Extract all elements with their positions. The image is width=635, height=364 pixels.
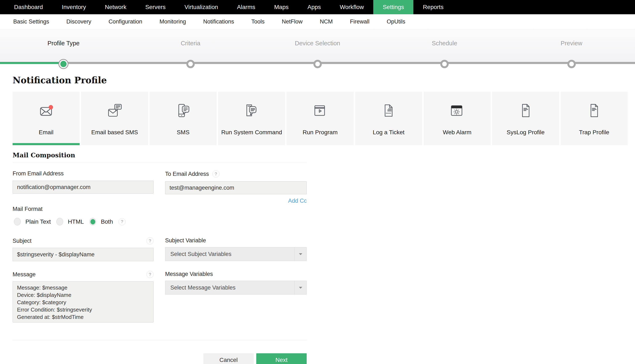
next-button[interactable]: Next [256, 353, 307, 364]
chevron-down-icon [294, 281, 306, 294]
page-title: Notification Profile [13, 75, 635, 86]
mail-format-label: Mail Format [13, 206, 307, 212]
subnav-item-basic-settings[interactable]: Basic Settings [5, 14, 58, 29]
step-schedule[interactable]: Schedule [381, 29, 508, 63]
subnav-item-discovery[interactable]: Discovery [58, 14, 100, 29]
tile-email-based-sms[interactable]: Email based SMS [81, 92, 148, 145]
actions-bar: Cancel Next [13, 353, 307, 364]
subnav-item-firewall[interactable]: Firewall [341, 14, 378, 29]
subnav-item-configuration[interactable]: Configuration [100, 14, 151, 29]
step-profile-type[interactable]: Profile Type [0, 29, 127, 63]
subject-field[interactable] [13, 248, 153, 261]
syslog-icon [517, 101, 534, 121]
radio-plain-text[interactable]: Plain Text [14, 218, 51, 226]
step-dot-preview[interactable] [567, 60, 576, 68]
step-criteria[interactable]: Criteria [127, 29, 254, 63]
tile-run-system-command[interactable]: Run System Command [218, 92, 285, 145]
topnav-item-reports[interactable]: Reports [413, 0, 453, 14]
topnav-item-virtualization[interactable]: Virtualization [175, 0, 228, 14]
tile-label: Run Program [303, 129, 338, 136]
step-label: Preview [561, 40, 582, 46]
subject-variable-label: Subject Variable [165, 237, 307, 244]
tile-trap-profile[interactable]: Trap Profile [561, 92, 628, 145]
settings-sub-nav: Basic Settings Discovery Configuration M… [0, 14, 635, 29]
radio-both[interactable]: Both [89, 218, 113, 226]
topnav-item-network[interactable]: Network [95, 0, 136, 14]
topnav-item-servers[interactable]: Servers [136, 0, 175, 14]
mail-composition-heading: Mail Composition [13, 152, 635, 159]
topnav-item-workflow[interactable]: Workflow [330, 0, 373, 14]
from-email-field[interactable] [13, 181, 153, 194]
web-alarm-icon [449, 101, 466, 121]
step-dot-criteria[interactable] [186, 60, 195, 68]
to-email-help-icon[interactable]: ? [212, 170, 220, 178]
tile-web-alarm[interactable]: Web Alarm [424, 92, 491, 145]
tile-log-a-ticket[interactable]: Log a Ticket [355, 92, 422, 145]
mail-composition-form: From Email Address To Email Address ? Ad… [13, 163, 307, 323]
from-email-label: From Email Address [13, 170, 153, 177]
subnav-item-tools[interactable]: Tools [243, 14, 273, 29]
message-help-icon[interactable]: ? [146, 271, 153, 278]
tile-email[interactable]: Email [13, 92, 80, 145]
radio-circle-html[interactable] [56, 218, 63, 226]
tile-sms[interactable]: SMS [150, 92, 217, 145]
topnav-item-settings[interactable]: Settings [373, 0, 413, 14]
topnav-item-dashboard[interactable]: Dashboard [5, 0, 52, 14]
tile-label: Email based SMS [91, 129, 138, 136]
step-dot-device-selection[interactable] [313, 60, 322, 68]
topnav-item-inventory[interactable]: Inventory [52, 0, 95, 14]
subject-help-icon[interactable]: ? [146, 237, 153, 244]
subnav-item-notifications[interactable]: Notifications [194, 14, 243, 29]
tile-label: Web Alarm [443, 129, 471, 136]
message-label: Message ? [13, 271, 153, 278]
sms-icon [175, 101, 191, 121]
wizard-stepper: Profile Type Criteria Device Selection S… [0, 29, 635, 63]
run-program-icon [312, 101, 329, 121]
subject-label: Subject ? [13, 237, 153, 244]
cancel-button[interactable]: Cancel [203, 353, 254, 364]
tile-label: Run System Command [221, 129, 282, 136]
tile-label: Trap Profile [579, 129, 609, 136]
tile-label: Email [39, 129, 54, 136]
tile-run-program[interactable]: Run Program [287, 92, 353, 145]
subject-variable-select[interactable]: Select Subject Variables [165, 247, 307, 261]
radio-circle-plain-text[interactable] [14, 218, 21, 226]
message-field[interactable]: Message: $message Device: $displayName C… [13, 281, 153, 322]
step-label: Profile Type [48, 40, 80, 46]
step-label: Device Selection [295, 40, 340, 46]
add-cc-link[interactable]: Add Cc [165, 198, 307, 204]
subnav-item-netflow[interactable]: NetFlow [273, 14, 311, 29]
mail-format-options: Plain Text HTML Both ? [14, 218, 307, 226]
stepper-progress [0, 62, 63, 64]
to-email-group: To Email Address ? Add Cc [165, 163, 307, 204]
step-device-selection[interactable]: Device Selection [254, 29, 381, 63]
to-email-field[interactable] [165, 181, 307, 194]
tile-syslog-profile[interactable]: SysLog Profile [492, 92, 559, 145]
step-label: Schedule [432, 40, 457, 46]
step-preview[interactable]: Preview [508, 29, 635, 63]
step-dot-schedule[interactable] [440, 60, 449, 68]
message-group: Message ? Message: $message Device: $dis… [13, 271, 153, 323]
log-ticket-icon [380, 101, 397, 121]
topnav-item-apps[interactable]: Apps [298, 0, 330, 14]
tile-label: Log a Ticket [373, 129, 404, 136]
mail-format-help-icon[interactable]: ? [118, 218, 126, 225]
subnav-item-ncm[interactable]: NCM [311, 14, 341, 29]
radio-circle-both[interactable] [89, 218, 96, 226]
subnav-item-oputils[interactable]: OpUtils [378, 14, 414, 29]
subnav-item-monitoring[interactable]: Monitoring [151, 14, 194, 29]
tile-label: SMS [177, 129, 189, 136]
topnav-item-alarms[interactable]: Alarms [228, 0, 265, 14]
chevron-down-icon [294, 247, 306, 261]
to-email-label: To Email Address ? [165, 170, 307, 178]
step-dot-profile-type[interactable] [58, 59, 69, 69]
message-variables-select[interactable]: Select Message Variables [165, 281, 307, 294]
actions-divider [13, 340, 307, 340]
topnav-item-maps[interactable]: Maps [265, 0, 298, 14]
message-variables-group: Message Variables Select Message Variabl… [165, 271, 307, 323]
radio-html[interactable]: HTML [56, 218, 84, 226]
from-email-group: From Email Address [13, 163, 153, 204]
run-system-command-icon [243, 101, 260, 121]
subject-variable-group: Subject Variable Select Subject Variable… [165, 237, 307, 261]
email-sms-icon [106, 101, 123, 121]
